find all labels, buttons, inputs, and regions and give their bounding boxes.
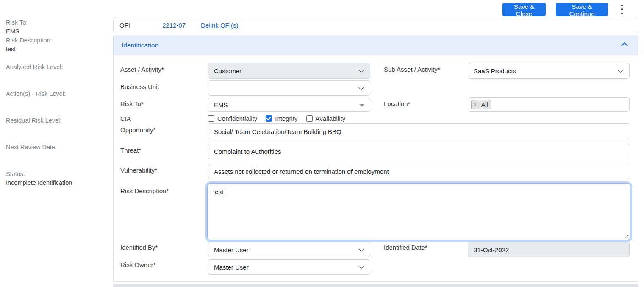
- integrity-label: Integrity: [275, 115, 297, 122]
- delink-ofi-link[interactable]: Delink OFI(s): [201, 22, 238, 29]
- chevron-down-icon: [358, 67, 364, 73]
- vulnerability-label: Vulnerability*: [120, 164, 205, 174]
- threat-input[interactable]: [214, 148, 625, 155]
- chevron-up-icon[interactable]: [621, 42, 628, 46]
- summary-value-status: Incomplete Identification: [6, 178, 108, 187]
- location-tag-value: All: [479, 100, 491, 109]
- checkbox-checked-icon: [266, 115, 272, 122]
- asset-activity-select[interactable]: Customer: [208, 63, 370, 79]
- location-tag: × All: [471, 100, 491, 109]
- sub-asset-activity-label: Sub Asset / Activity*: [384, 63, 466, 73]
- opportunity-label: Opportunity*: [120, 123, 205, 134]
- cia-checkbox-group: Confidentiality Integrity Availability: [208, 114, 345, 123]
- identified-by-value: Master User: [214, 246, 249, 254]
- summary-label-status: Status:: [6, 170, 108, 178]
- identification-section-header[interactable]: Identification: [114, 35, 638, 55]
- identified-date-value: 31-Oct-2022: [474, 246, 509, 254]
- vulnerability-input[interactable]: [214, 168, 625, 175]
- integrity-checkbox[interactable]: Integrity: [266, 115, 297, 122]
- confidentiality-checkbox[interactable]: Confidentiality: [208, 115, 257, 122]
- risk-owner-select[interactable]: Master User: [208, 259, 370, 275]
- risk-to-select[interactable]: EMS: [208, 98, 370, 112]
- remove-tag-icon[interactable]: ×: [472, 100, 479, 109]
- risk-owner-value: Master User: [214, 264, 249, 271]
- save-and-close-button[interactable]: Save & Close: [502, 3, 546, 16]
- caret-down-icon: [360, 104, 364, 107]
- threat-field-wrap: [208, 144, 630, 159]
- availability-label: Availability: [316, 115, 346, 122]
- risk-description-textarea[interactable]: test: [207, 183, 630, 240]
- chevron-down-icon: [358, 264, 364, 269]
- risk-description-value: test: [213, 188, 223, 195]
- vulnerability-field-wrap: [208, 164, 630, 179]
- confidentiality-label: Confidentiality: [217, 115, 257, 122]
- sub-asset-activity-value: SaaS Products: [474, 67, 516, 75]
- asset-activity-value: Customer: [214, 67, 242, 75]
- summary-value-risk-to: EMS: [6, 27, 108, 36]
- summary-label-risk-to: Risk To:: [6, 18, 108, 27]
- summary-label-actions-risk-level: Action(s) - Risk Level:: [6, 89, 108, 98]
- identified-by-label: Identified By*: [120, 242, 205, 251]
- checkbox-icon: [208, 115, 214, 122]
- ofi-number-link[interactable]: 2212-07: [162, 22, 186, 29]
- opportunity-input[interactable]: [214, 128, 625, 135]
- asset-activity-label: Asset / Activity*: [120, 63, 205, 73]
- chevron-down-icon: [358, 246, 364, 252]
- chevron-down-icon: [358, 84, 364, 90]
- sub-asset-activity-select[interactable]: SaaS Products: [468, 63, 630, 79]
- availability-checkbox[interactable]: Availability: [306, 115, 346, 122]
- summary-value-risk-description: test: [6, 45, 108, 54]
- text-cursor: [224, 188, 224, 195]
- cia-label: CIA: [120, 114, 205, 123]
- summary-label-analysed-risk-level: Analysed Risk Level:: [6, 63, 108, 72]
- resize-grip-icon[interactable]: [624, 234, 629, 239]
- risk-to-label: Risk To*: [120, 98, 205, 108]
- identified-date-input[interactable]: 31-Oct-2022: [468, 242, 630, 257]
- summary-label-next-review-date: Next Review Date: [6, 143, 108, 152]
- risk-to-value: EMS: [214, 101, 228, 109]
- summary-label-risk-description: Risk Description:: [6, 36, 108, 45]
- checkbox-icon: [306, 115, 313, 122]
- location-multiselect[interactable]: × All: [468, 97, 630, 112]
- chevron-down-icon: [618, 67, 623, 73]
- business-unit-label: Business Unit: [120, 80, 205, 91]
- save-and-continue-button[interactable]: Save & Continue: [556, 3, 608, 16]
- identification-section: Identification Asset / Activity* Custome…: [113, 35, 638, 282]
- business-unit-select[interactable]: [208, 80, 370, 96]
- identified-by-select[interactable]: Master User: [208, 242, 370, 257]
- ofi-bar: OFI 2212-07 Delink OFI(s): [113, 17, 638, 33]
- identified-date-label: Identified Date*: [384, 242, 466, 251]
- ofi-label: OFI: [119, 22, 130, 29]
- section-title: Identification: [122, 42, 158, 49]
- location-label: Location*: [384, 98, 466, 108]
- next-section-edge: [113, 284, 638, 287]
- risk-summary-sidebar: Risk To: EMS Risk Description: test Anal…: [6, 18, 108, 187]
- more-vertical-icon[interactable]: [620, 5, 624, 14]
- risk-owner-label: Risk Owner*: [120, 259, 205, 269]
- opportunity-field-wrap: [208, 123, 630, 139]
- summary-label-residual-risk-level: Residual Risk Level:: [6, 116, 108, 125]
- threat-label: Threat*: [120, 144, 205, 154]
- risk-description-label: Risk Description*: [120, 183, 205, 195]
